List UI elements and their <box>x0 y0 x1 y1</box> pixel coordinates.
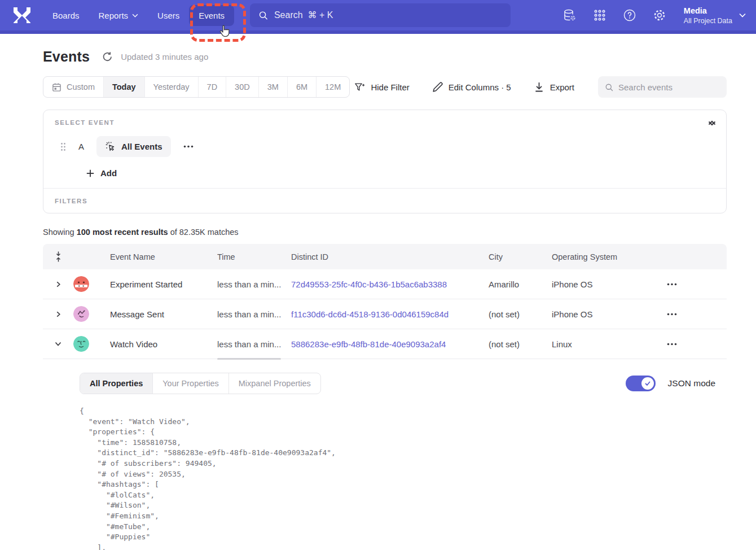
global-search-input[interactable] <box>274 10 502 20</box>
calendar-icon <box>52 82 61 92</box>
event-avatar <box>73 276 89 292</box>
date-option-custom[interactable]: Custom <box>43 77 104 97</box>
select-event-label: SELECT EVENT <box>55 119 715 126</box>
col-header-distinct-id[interactable]: Distinct ID <box>291 252 489 261</box>
table-header-row: Event Name Time Distinct ID City Operati… <box>43 244 727 269</box>
date-range-selector: Custom Today Yesterday 7D 30D 3M 6M 12M <box>43 76 350 98</box>
toggle-knob <box>641 377 654 390</box>
nav-item-events[interactable]: Events <box>189 5 234 26</box>
cell-city: (not set) <box>489 339 552 349</box>
event-json: { "event": "Watch Video", "properties": … <box>80 406 727 550</box>
project-scope: All Project Data <box>684 17 732 25</box>
col-header-city[interactable]: City <box>489 252 552 261</box>
funnel-plus-icon <box>354 82 365 93</box>
row-more-options-icon[interactable] <box>667 283 677 286</box>
search-icon <box>605 82 613 92</box>
filters-section[interactable]: FILTERS <box>43 189 726 213</box>
table-row[interactable]: Experiment Started less than a min... 72… <box>43 269 727 299</box>
expand-row-icon[interactable] <box>55 281 61 287</box>
filters-label: FILTERS <box>55 198 715 204</box>
cell-time: less than a min... <box>217 309 291 319</box>
cell-time: less than a min... <box>217 280 291 289</box>
event-detail-panel: All Properties Your Properties Mixpanel … <box>43 373 727 550</box>
help-icon[interactable] <box>623 8 636 22</box>
tab-mixpanel-properties[interactable]: Mixpanel Properties <box>229 373 320 394</box>
collapse-all-rows-icon[interactable] <box>55 251 62 262</box>
project-name: Media <box>684 6 732 17</box>
date-option-30d[interactable]: 30D <box>226 77 259 97</box>
date-option-7d[interactable]: 7D <box>199 77 227 97</box>
nav-item-boards[interactable]: Boards <box>43 5 89 26</box>
distinct-id-link[interactable]: 5886283e-e9fb-48fb-81de-40e9093a2af4 <box>291 339 446 349</box>
events-table: Event Name Time Distinct ID City Operati… <box>43 244 727 550</box>
table-row-expanded[interactable]: Watch Video less than a min... 5886283e-… <box>43 329 727 359</box>
add-event-button[interactable]: Add <box>55 168 715 178</box>
cell-os: iPhone OS <box>552 309 638 319</box>
cell-city: Amarillo <box>489 280 552 289</box>
check-icon <box>644 380 651 387</box>
edit-columns-button[interactable]: Edit Columns · 5 <box>432 82 511 93</box>
hide-filter-button[interactable]: Hide Filter <box>354 82 409 93</box>
event-avatar <box>73 336 89 352</box>
cell-event-name: Experiment Started <box>110 280 217 289</box>
json-mode-label: JSON mode <box>668 378 715 389</box>
horizontal-scrollbar[interactable] <box>217 358 281 360</box>
events-search[interactable] <box>598 76 727 98</box>
events-search-input[interactable] <box>618 82 720 92</box>
query-builder-panel: SELECT EVENT A <box>43 110 727 213</box>
download-icon <box>534 82 544 93</box>
pencil-icon <box>432 82 443 93</box>
expand-row-icon[interactable] <box>55 311 61 317</box>
distinct-id-link[interactable]: 72d49553-25fc-4f0c-b436-1b5ac6ab3388 <box>291 280 447 289</box>
col-header-time[interactable]: Time <box>217 252 291 261</box>
magic-cursor-icon <box>105 141 116 152</box>
cell-event-name: Watch Video <box>110 339 217 349</box>
chevron-down-icon <box>132 14 138 18</box>
event-more-options-icon[interactable] <box>183 145 194 148</box>
cell-event-name: Message Sent <box>110 309 217 319</box>
apps-grid-icon[interactable] <box>593 8 606 22</box>
date-option-today[interactable]: Today <box>104 77 145 97</box>
search-icon <box>258 10 268 20</box>
cell-os: Linux <box>552 339 638 349</box>
cell-time: less than a min... <box>217 339 291 349</box>
project-switcher[interactable]: Media All Project Data <box>684 6 746 25</box>
distinct-id-link[interactable]: f11c30d6-dc6d-4518-9136-0d046159c84d <box>291 309 449 319</box>
refresh-icon[interactable] <box>102 51 113 62</box>
date-option-6m[interactable]: 6M <box>288 77 317 97</box>
col-header-os[interactable]: Operating System <box>552 252 638 261</box>
export-button[interactable]: Export <box>534 82 574 93</box>
date-option-12m[interactable]: 12M <box>317 77 349 97</box>
row-more-options-icon[interactable] <box>667 313 677 316</box>
cell-city: (not set) <box>489 309 552 319</box>
row-more-options-icon[interactable] <box>667 343 677 346</box>
step-letter: A <box>78 142 84 151</box>
collapse-row-icon[interactable] <box>55 342 61 346</box>
table-row[interactable]: Message Sent less than a min... f11c30d6… <box>43 299 727 329</box>
col-header-event-name[interactable]: Event Name <box>110 252 217 261</box>
properties-tabs: All Properties Your Properties Mixpanel … <box>80 373 321 394</box>
nav-item-users[interactable]: Users <box>148 5 189 26</box>
expand-filters-icon[interactable] <box>708 121 716 126</box>
nav-item-reports[interactable]: Reports <box>89 5 148 26</box>
json-mode-toggle[interactable] <box>626 376 656 391</box>
date-option-3m[interactable]: 3M <box>259 77 288 97</box>
event-avatar <box>73 306 89 322</box>
data-management-icon[interactable] <box>563 8 577 22</box>
cell-os: iPhone OS <box>552 280 638 289</box>
settings-gear-icon[interactable] <box>653 8 666 22</box>
mixpanel-logo[interactable] <box>12 7 32 24</box>
global-search[interactable] <box>250 3 511 27</box>
page-title: Events <box>43 49 90 65</box>
plus-icon <box>86 169 94 177</box>
chevron-down-icon <box>739 13 746 18</box>
last-updated-text: Updated 3 minutes ago <box>121 52 208 62</box>
drag-handle-icon[interactable] <box>60 142 66 151</box>
date-option-yesterday[interactable]: Yesterday <box>145 77 199 97</box>
event-selector-chip[interactable]: All Events <box>96 136 171 157</box>
top-nav: Boards Reports Users Events <box>0 0 756 34</box>
tab-your-properties[interactable]: Your Properties <box>153 373 228 394</box>
tab-all-properties[interactable]: All Properties <box>80 373 153 394</box>
results-summary: Showing 100 most recent results of 82.35… <box>43 228 727 237</box>
